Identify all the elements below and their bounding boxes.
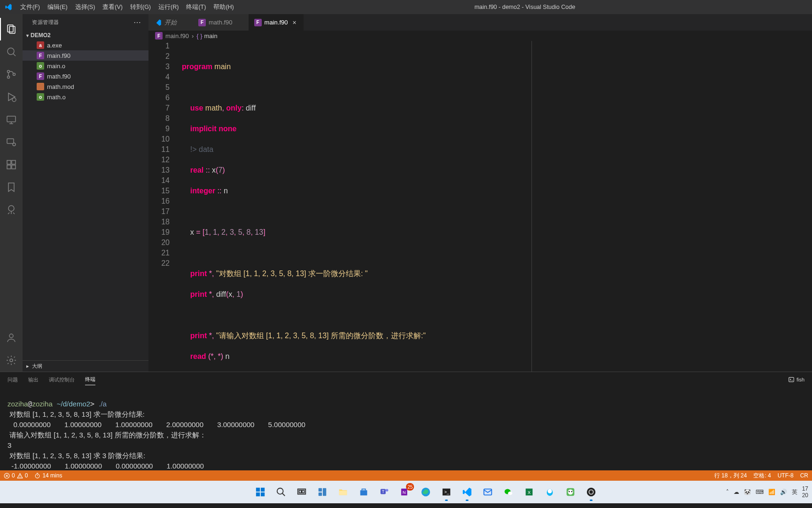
activity-debug[interactable] [0, 86, 23, 108]
tab-math.f90[interactable]: Fmath.f90× [193, 14, 249, 31]
store-icon[interactable] [354, 482, 374, 502]
search-icon[interactable] [271, 482, 291, 502]
teams-icon[interactable]: T [375, 482, 394, 502]
menu-file[interactable]: 文件(F) [16, 0, 44, 14]
file-math-o[interactable]: omath.o [23, 92, 148, 102]
status-cursor-pos[interactable]: 行 18，列 24 [714, 472, 747, 480]
activity-remote[interactable] [0, 108, 23, 131]
sidebar-title: 资源管理器 [32, 19, 59, 26]
text-editor[interactable]: 12345678910111213141516171819202122 prog… [148, 41, 812, 372]
taskview-icon[interactable] [292, 482, 312, 502]
activity-misc[interactable] [0, 198, 23, 221]
wechat-icon[interactable] [499, 482, 518, 502]
activity-explorer[interactable] [0, 18, 23, 40]
panel-tab-terminal[interactable]: 终端 [85, 374, 95, 385]
status-eol[interactable]: CR [800, 472, 808, 479]
widgets-icon[interactable] [312, 482, 332, 502]
tray-ime[interactable]: 英 [792, 488, 797, 496]
svg-rect-43 [360, 490, 367, 495]
activity-remote-explorer[interactable] [0, 131, 23, 153]
editor-ruler [531, 41, 532, 372]
panda-icon[interactable] [561, 482, 580, 502]
svg-point-26 [20, 476, 20, 477]
activity-bookmarks[interactable] [0, 176, 23, 198]
breadcrumb-symbol: { }main [196, 32, 217, 40]
file-main-o[interactable]: omain.o [23, 61, 148, 71]
menu-view[interactable]: 查看(V) [99, 0, 126, 14]
tray-wifi-icon[interactable]: 📶 [768, 489, 775, 495]
sidebar-more-icon[interactable]: ⋯ [133, 18, 141, 27]
obs-icon[interactable] [581, 482, 601, 502]
menu-help[interactable]: 帮助(H) [210, 0, 237, 14]
svg-text:>_: >_ [445, 490, 450, 494]
panel-tabs: 问题 输出 调试控制台 终端 fish [0, 372, 812, 387]
sidebar-explorer: 资源管理器 ⋯ ▾ DEMO2 aa.exeFmain.f90omain.oFm… [23, 14, 148, 372]
tray-chevron-icon[interactable]: ˄ [726, 489, 729, 495]
activity-search[interactable] [0, 40, 23, 63]
svg-rect-39 [319, 488, 322, 492]
excel-icon[interactable]: X [519, 482, 539, 502]
menu-goto[interactable]: 转到(G) [126, 0, 155, 14]
svg-line-3 [13, 54, 16, 56]
svg-rect-42 [339, 491, 347, 495]
activity-settings[interactable] [0, 349, 23, 372]
terminal-view[interactable]: zoziha@zoziha ~/d/demo2> ./a 对数组 [1, 1, … [0, 387, 812, 470]
tab-label: main.f90 [265, 19, 288, 26]
edge-icon[interactable] [416, 482, 436, 502]
breadcrumb[interactable]: F main.f90 › { }main [148, 31, 812, 41]
tab-main.f90[interactable]: Fmain.f90× [249, 14, 304, 31]
menu-edit[interactable]: 编辑(E) [44, 0, 71, 14]
panel-tab-output[interactable]: 输出 [28, 374, 39, 385]
menu-run[interactable]: 运行(R) [155, 0, 182, 14]
panel-tab-debug[interactable]: 调试控制台 [49, 374, 75, 385]
code-area[interactable]: program main use math, only: diff implic… [179, 41, 812, 372]
svg-rect-37 [299, 490, 302, 493]
svg-point-8 [12, 98, 16, 102]
folder-header[interactable]: ▾ DEMO2 [23, 31, 148, 40]
tab-开始[interactable]: 开始× [148, 14, 193, 31]
tray-clock[interactable]: 17 20 [802, 485, 808, 499]
start-icon[interactable] [250, 482, 270, 502]
svg-rect-30 [256, 488, 260, 492]
svg-point-6 [13, 73, 16, 76]
file-math-f90[interactable]: Fmath.f90 [23, 71, 148, 81]
activity-account[interactable] [0, 326, 23, 349]
tray-cloud-icon[interactable]: ☁ [734, 489, 739, 495]
tray-keyboard-icon[interactable]: ⌨ [756, 489, 764, 495]
tray-volume-icon[interactable]: 🔊 [780, 489, 787, 495]
activity-extensions[interactable] [0, 153, 23, 176]
terminal-kind-label: fish [796, 377, 804, 382]
status-problems[interactable]: 0 0 [4, 472, 28, 479]
menu-terminal[interactable]: 终端(T) [182, 0, 210, 14]
tab-file-icon: F [254, 19, 262, 26]
svg-point-5 [8, 76, 10, 79]
tab-label: math.f90 [209, 19, 233, 26]
svg-rect-31 [261, 488, 265, 492]
outline-header[interactable]: ▸ 大纲 [23, 360, 148, 372]
svg-rect-14 [7, 160, 11, 164]
file-main-f90[interactable]: Fmain.f90 [23, 50, 148, 61]
cmd-icon[interactable]: >_ [437, 482, 456, 502]
qq-icon[interactable] [540, 482, 560, 502]
onenote-icon[interactable]: N25 [395, 482, 415, 502]
svg-rect-38 [302, 490, 304, 493]
file-label: main.f90 [47, 52, 70, 59]
activity-scm[interactable] [0, 63, 23, 86]
menu-select[interactable]: 选择(S) [71, 0, 99, 14]
onenote-badge: 25 [406, 483, 414, 491]
file-math-mod[interactable]: math.mod [23, 81, 148, 92]
taskbar-tray: ˄ ☁ 🐼 ⌨ 📶 🔊 英 17 20 [726, 485, 808, 499]
file-a-exe[interactable]: aa.exe [23, 40, 148, 50]
panel-tab-problems[interactable]: 问题 [8, 374, 18, 385]
mail-icon[interactable] [478, 482, 498, 502]
terminal-kind-selector[interactable]: fish [788, 376, 804, 383]
status-timer[interactable]: 14 mins [34, 472, 62, 479]
vscode-taskbar-icon[interactable] [457, 482, 477, 502]
tray-panda-icon[interactable]: 🐼 [744, 489, 751, 495]
sidebar-header: 资源管理器 ⋯ [23, 14, 148, 31]
status-indent[interactable]: 空格: 4 [753, 472, 771, 480]
explorer-icon[interactable] [333, 482, 353, 502]
panel: 问题 输出 调试控制台 终端 fish zoziha@zoziha ~/d/de… [0, 372, 812, 470]
status-encoding[interactable]: UTF-8 [778, 472, 794, 479]
close-icon[interactable]: × [290, 19, 298, 26]
